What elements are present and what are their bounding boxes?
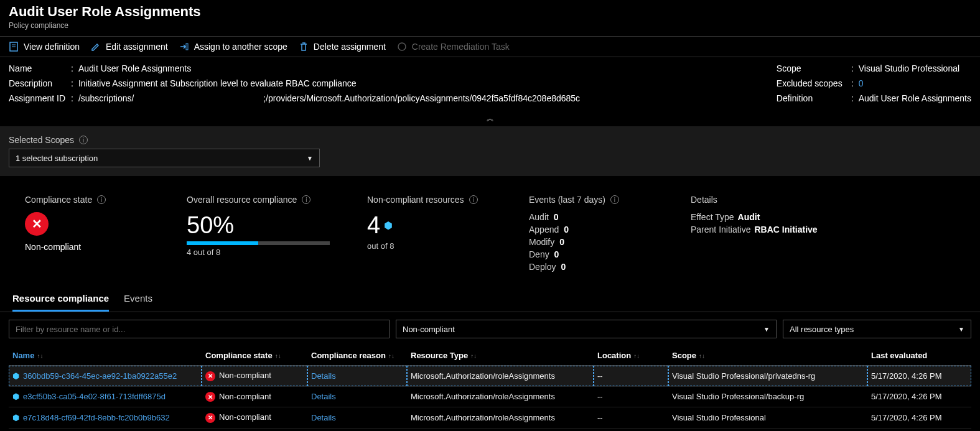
name-label: Name bbox=[9, 63, 71, 73]
scope-label: Scope bbox=[777, 63, 851, 73]
resource-type-cell: Microsoft.Authorization/roleAssignments bbox=[407, 428, 594, 431]
progress-bar bbox=[187, 241, 330, 245]
compliance-state-cell: ✕Non-compliant bbox=[202, 428, 307, 431]
assign-scope-button[interactable]: Assign to another scope bbox=[179, 42, 287, 52]
resource-icon: ⬢ bbox=[12, 392, 19, 401]
selected-scopes-dropdown[interactable]: 1 selected subscription ▼ bbox=[9, 149, 320, 167]
info-icon[interactable]: i bbox=[97, 195, 106, 204]
compliance-state-value: Non-compliant bbox=[25, 242, 149, 252]
col-location[interactable]: Location↑↓ bbox=[594, 346, 668, 366]
details-link[interactable]: Details bbox=[307, 366, 407, 387]
overall-compliance-sub: 4 out of 8 bbox=[187, 248, 330, 257]
col-compliance-reason[interactable]: Compliance reason↑↓ bbox=[307, 346, 407, 366]
table-row[interactable]: ⬢5fc1f2c7-43a5-4b96-b12f-b7df3a8f668c✕No… bbox=[9, 428, 971, 431]
col-resource-type[interactable]: Resource Type↑↓ bbox=[407, 346, 594, 366]
location-cell: -- bbox=[594, 428, 668, 431]
event-modify: Modify 0 bbox=[529, 237, 653, 247]
compliance-state-cell: ✕Non-compliant bbox=[202, 386, 307, 407]
resource-filter-input[interactable] bbox=[9, 320, 390, 338]
compliance-state-cell: ✕Non-compliant bbox=[202, 366, 307, 387]
effect-type: Effect TypeAudit bbox=[691, 212, 818, 222]
last-evaluated-cell: 5/17/2020, 4:26 PM bbox=[867, 407, 971, 429]
col-last-evaluated[interactable]: Last evaluated bbox=[867, 346, 971, 366]
location-cell: -- bbox=[594, 407, 668, 429]
compliance-filter-dropdown[interactable]: Non-compliant ▼ bbox=[396, 320, 777, 338]
details-link[interactable]: Details bbox=[307, 386, 407, 407]
resource-type-cell: Microsoft.Authorization/roleAssignments bbox=[407, 407, 594, 429]
chevron-down-icon: ▼ bbox=[763, 326, 770, 333]
collapse-chevron[interactable]: ︽ bbox=[0, 112, 980, 126]
details-label: Details bbox=[691, 195, 717, 205]
scope-cell: Visual Studio Professional/backup-rg bbox=[668, 386, 867, 407]
noncompliant-sub: out of 8 bbox=[367, 241, 492, 251]
scope-cell: Visual Studio Professional bbox=[668, 407, 867, 429]
table-row[interactable]: ⬢360bdb59-c364-45ec-ae92-1ba0922a55e2✕No… bbox=[9, 366, 971, 387]
noncompliant-icon: ✕ bbox=[25, 212, 49, 236]
assign-icon bbox=[179, 42, 189, 52]
delete-assignment-label: Delete assignment bbox=[314, 42, 386, 52]
details-link[interactable]: Details bbox=[307, 428, 407, 431]
resource-type-cell: Microsoft.Authorization/roleAssignments bbox=[407, 366, 594, 387]
events-label: Events (last 7 days) bbox=[529, 195, 605, 205]
col-compliance-state[interactable]: Compliance state↑↓ bbox=[202, 346, 307, 366]
resource-name-link[interactable]: ⬢5fc1f2c7-43a5-4b96-b12f-b7df3a8f668c bbox=[9, 428, 202, 431]
chevron-down-icon: ▼ bbox=[958, 326, 964, 333]
last-evaluated-cell: 5/17/2020, 4:26 PM bbox=[867, 386, 971, 407]
noncompliant-icon: ✕ bbox=[205, 371, 215, 381]
info-icon[interactable]: i bbox=[469, 195, 478, 204]
page-title: Audit User Role Assignments bbox=[9, 4, 971, 20]
toolbar: View definition Edit assignment Assign t… bbox=[0, 36, 980, 57]
noncompliant-icon: ✕ bbox=[205, 413, 215, 423]
assign-scope-label: Assign to another scope bbox=[194, 42, 287, 52]
view-definition-label: View definition bbox=[24, 42, 80, 52]
create-remediation-label: Create Remediation Task bbox=[412, 42, 510, 52]
event-append: Append 0 bbox=[529, 225, 653, 234]
last-evaluated-cell: 5/17/2020, 4:26 PM bbox=[867, 428, 971, 431]
resource-name-link[interactable]: ⬢e3cf50b3-ca05-4e02-8f61-713fdff6875d bbox=[9, 386, 202, 407]
event-deploy: Deploy 0 bbox=[529, 262, 653, 272]
table-row[interactable]: ⬢e7c18d48-cf69-42fd-8ebb-fc20b0b9b632✕No… bbox=[9, 407, 971, 429]
tab-events[interactable]: Events bbox=[124, 287, 152, 312]
description-value: Initiative Assignment at Subscription le… bbox=[78, 78, 357, 88]
delete-assignment-button[interactable]: Delete assignment bbox=[299, 42, 386, 52]
info-icon[interactable]: i bbox=[302, 195, 310, 204]
resource-table: Name↑↓ Compliance state↑↓ Compliance rea… bbox=[9, 346, 971, 431]
info-icon[interactable]: i bbox=[610, 195, 619, 204]
event-audit: Audit 0 bbox=[529, 212, 653, 222]
create-remediation-button: Create Remediation Task bbox=[397, 42, 510, 52]
resource-name-link[interactable]: ⬢e7c18d48-cf69-42fd-8ebb-fc20b0b9b632 bbox=[9, 407, 202, 429]
edit-assignment-button[interactable]: Edit assignment bbox=[91, 42, 168, 52]
last-evaluated-cell: 5/17/2020, 4:26 PM bbox=[867, 366, 971, 387]
tab-resource-compliance[interactable]: Resource compliance bbox=[12, 287, 109, 312]
col-name[interactable]: Name↑↓ bbox=[9, 346, 202, 366]
info-icon[interactable]: i bbox=[79, 136, 88, 144]
resource-icon: ⬢ bbox=[12, 371, 19, 381]
overall-compliance-pct: 50% bbox=[187, 212, 330, 239]
trash-icon bbox=[299, 42, 309, 52]
details-link[interactable]: Details bbox=[307, 407, 407, 429]
excluded-scopes-link[interactable]: 0 bbox=[859, 78, 864, 88]
edit-assignment-label: Edit assignment bbox=[106, 42, 168, 52]
resource-type-filter-dropdown[interactable]: All resource types ▼ bbox=[783, 320, 971, 338]
table-row[interactable]: ⬢e3cf50b3-ca05-4e02-8f61-713fdff6875d✕No… bbox=[9, 386, 971, 407]
resource-icon: ⬢ bbox=[12, 413, 19, 422]
assignment-id-value: /subscriptions/ ;/providers/Microsoft.Au… bbox=[78, 93, 580, 103]
assignment-id-label: Assignment ID bbox=[9, 93, 71, 103]
compliance-state-cell: ✕Non-compliant bbox=[202, 407, 307, 429]
overall-compliance-label: Overall resource compliance bbox=[187, 195, 297, 205]
svg-point-4 bbox=[398, 43, 406, 50]
noncompliant-resources-label: Non-compliant resources bbox=[367, 195, 464, 205]
resource-name-link[interactable]: ⬢360bdb59-c364-45ec-ae92-1ba0922a55e2 bbox=[9, 366, 202, 387]
page-subtitle: Policy compliance bbox=[9, 21, 971, 30]
scope-value: Visual Studio Professional bbox=[859, 63, 959, 73]
selected-scopes-value: 1 selected subscription bbox=[16, 154, 98, 163]
noncompliant-icon: ✕ bbox=[205, 392, 215, 402]
svg-rect-3 bbox=[186, 44, 188, 50]
document-icon bbox=[9, 42, 19, 52]
col-scope[interactable]: Scope↑↓ bbox=[668, 346, 867, 366]
compliance-filter-value: Non-compliant bbox=[403, 325, 455, 334]
remediation-icon bbox=[397, 42, 407, 52]
definition-label: Definition bbox=[777, 93, 851, 103]
excluded-scopes-label: Excluded scopes bbox=[777, 78, 851, 88]
view-definition-button[interactable]: View definition bbox=[9, 42, 80, 52]
